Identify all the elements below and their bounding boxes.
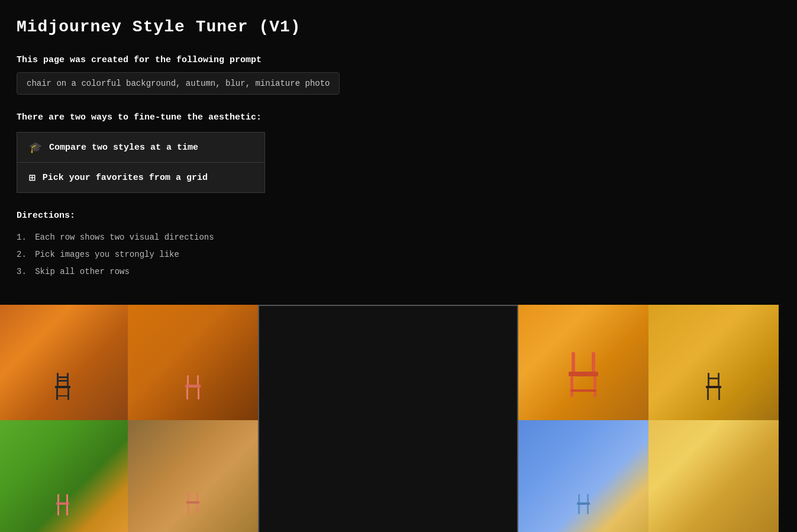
compare-mode-label: Compare two styles at a time — [49, 143, 198, 153]
finetune-label: There are two ways to fine-tune the aest… — [17, 112, 780, 122]
grid-mode-button[interactable]: ⊞ Pick your favorites from a grid — [17, 162, 265, 193]
svg-rect-25 — [57, 494, 59, 504]
svg-rect-16 — [570, 376, 573, 397]
svg-rect-11 — [186, 388, 188, 399]
direction-item-2: 2. Pick images you strongly like — [17, 246, 780, 263]
svg-rect-30 — [188, 493, 189, 502]
svg-rect-28 — [57, 505, 59, 515]
grid-mode-label: Pick your favorites from a grid — [43, 173, 208, 183]
svg-rect-7 — [56, 395, 69, 396]
svg-rect-18 — [570, 389, 596, 392]
compare-mode-icon: 🎓 — [29, 141, 42, 154]
grid-image-center[interactable] — [258, 305, 518, 532]
grid-image-6[interactable] — [0, 420, 128, 532]
svg-rect-32 — [186, 501, 199, 504]
svg-rect-14 — [592, 352, 595, 375]
svg-rect-37 — [577, 502, 590, 505]
svg-rect-17 — [593, 376, 596, 397]
svg-rect-1 — [67, 373, 69, 386]
grid-image-2[interactable] — [128, 305, 258, 420]
direction-item-3: 3. Skip all other rows — [17, 263, 780, 280]
svg-rect-12 — [198, 388, 199, 399]
svg-rect-38 — [578, 505, 580, 514]
svg-rect-4 — [55, 386, 70, 388]
page-title: Midjourney Style Tuner (V1) — [17, 18, 780, 36]
svg-rect-3 — [57, 380, 69, 382]
grid-image-4[interactable] — [518, 305, 648, 420]
compare-mode-button[interactable]: 🎓 Compare two styles at a time — [17, 132, 265, 162]
directions-list: 1. Each row shows two visual directions … — [17, 229, 780, 281]
grid-mode-icon: ⊞ — [29, 171, 36, 184]
svg-rect-15 — [569, 372, 598, 376]
svg-rect-26 — [66, 494, 68, 504]
image-grid — [0, 305, 779, 532]
mode-buttons: 🎓 Compare two styles at a time ⊞ Pick yo… — [17, 132, 265, 193]
grid-image-1[interactable] — [0, 305, 128, 420]
svg-rect-39 — [587, 505, 589, 514]
svg-rect-0 — [57, 373, 59, 386]
svg-rect-22 — [706, 386, 721, 388]
grid-image-8[interactable] — [518, 420, 648, 532]
svg-rect-10 — [185, 385, 201, 388]
svg-rect-24 — [718, 388, 720, 400]
svg-rect-31 — [196, 493, 198, 502]
svg-rect-29 — [66, 505, 68, 515]
svg-rect-9 — [197, 375, 199, 386]
svg-rect-5 — [56, 388, 58, 400]
prompt-box: chair on a colorful background, autumn, … — [17, 72, 340, 95]
svg-rect-33 — [188, 504, 189, 514]
grid-image-9[interactable] — [648, 420, 779, 532]
svg-rect-21 — [708, 378, 719, 379]
svg-rect-35 — [578, 494, 580, 504]
svg-rect-6 — [67, 388, 69, 400]
svg-rect-34 — [196, 504, 198, 514]
prompt-label: This page was created for the following … — [17, 55, 780, 65]
svg-rect-27 — [56, 502, 69, 505]
grid-image-5[interactable] — [648, 305, 779, 420]
directions-label: Directions: — [17, 211, 780, 221]
page-wrapper: Midjourney Style Tuner (V1) This page wa… — [0, 0, 797, 281]
svg-rect-2 — [57, 376, 69, 378]
svg-rect-36 — [587, 494, 589, 504]
svg-rect-8 — [187, 375, 189, 386]
direction-item-1: 1. Each row shows two visual directions — [17, 229, 780, 246]
svg-rect-13 — [572, 352, 575, 375]
svg-rect-23 — [707, 388, 709, 400]
grid-image-7[interactable] — [128, 420, 258, 532]
